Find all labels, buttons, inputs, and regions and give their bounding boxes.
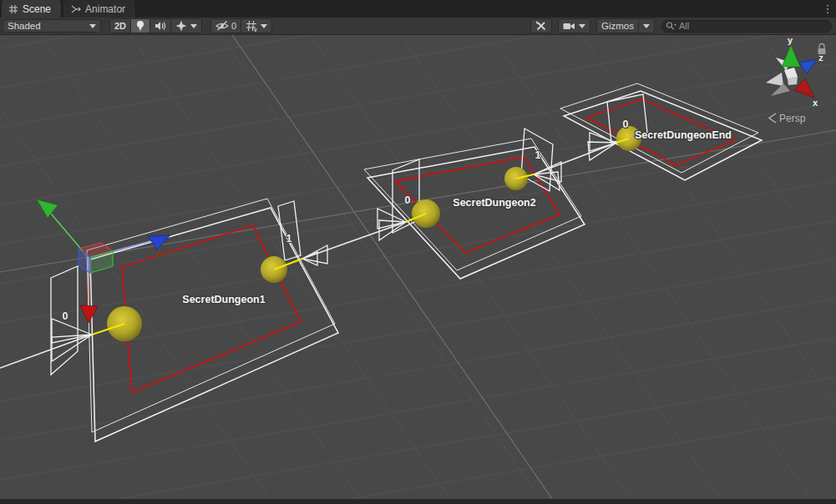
camera-settings-button[interactable]: [559, 19, 590, 33]
tab-animator[interactable]: Animator: [63, 0, 136, 18]
search-input[interactable]: [679, 21, 813, 31]
lightbulb-icon: [135, 20, 145, 32]
tab-menu-kebab-icon[interactable]: ⋮: [821, 0, 834, 18]
tab-scene[interactable]: Scene: [2, 0, 62, 18]
effects-star-icon: [175, 20, 187, 32]
room2-portal1-number: 1: [535, 149, 541, 161]
room1-label: SecretDungeon1: [182, 294, 265, 305]
gizmos-caret-button[interactable]: [639, 19, 654, 33]
grid-icon: [8, 4, 18, 14]
window-bottom-edge: [0, 499, 836, 504]
projection-label: Persp: [779, 113, 806, 124]
search-icon[interactable]: [666, 21, 676, 31]
gizmos-label: Gizmos: [601, 21, 634, 31]
grid-dropdown-caret-icon[interactable]: [261, 24, 267, 28]
view-toggles-group: 2D: [109, 18, 202, 33]
room1-portal1-number: 1: [286, 233, 292, 244]
room2-portal0-number: 0: [405, 194, 411, 206]
axis-y-label: y: [788, 35, 793, 45]
gizmos-group: Gizmos: [596, 18, 655, 33]
scene-visibility-button[interactable]: 0: [211, 19, 241, 33]
svg-text:y: y: [254, 27, 257, 33]
roomend-portal0-number: 0: [623, 118, 629, 130]
tab-scene-label: Scene: [23, 3, 51, 15]
2d-toggle-label: 2D: [114, 21, 126, 31]
scene-search-field[interactable]: [661, 20, 832, 33]
camera-settings-group: [558, 18, 590, 33]
chevron-down-icon: [89, 24, 96, 28]
gizmos-dropdown-caret-icon: [643, 24, 650, 28]
scene-viewport[interactable]: 0 1 SecretDungeon1 0: [0, 35, 836, 504]
grid-axis-icon: y: [246, 20, 257, 32]
axis-x-label: x: [813, 98, 818, 108]
unity-scene-view-window: Scene Animator ⋮ Shaded 2D: [0, 0, 836, 504]
roomend-label: SecretDungeonEnd: [635, 129, 732, 141]
lighting-toggle-button[interactable]: [131, 19, 150, 33]
effects-toggle-button[interactable]: [171, 19, 201, 33]
camera-dropdown-caret-icon[interactable]: [579, 24, 585, 28]
room2-label: SecretDungeon2: [453, 197, 535, 209]
tab-animator-label: Animator: [85, 3, 125, 15]
grid-visibility-button[interactable]: y: [241, 19, 271, 33]
scene-toolbar: Shaded 2D: [0, 18, 836, 35]
tab-bar: Scene Animator ⋮: [0, 0, 836, 18]
hidden-count-label: 0: [231, 21, 236, 31]
shading-mode-dropdown[interactable]: Shaded: [3, 19, 101, 33]
audio-toggle-button[interactable]: [150, 19, 171, 33]
editor-tools-group: [530, 18, 552, 33]
animator-icon: [70, 4, 81, 14]
shading-mode-label: Shaded: [8, 21, 41, 31]
wrench-icon: [535, 20, 547, 32]
visibility-grid-group: 0 y: [210, 18, 272, 33]
editor-tools-button[interactable]: [531, 19, 551, 33]
2d-toggle-button[interactable]: 2D: [110, 19, 131, 33]
gizmos-dropdown-button[interactable]: Gizmos: [597, 19, 639, 33]
speaker-icon: [155, 21, 166, 31]
eye-slash-icon: [215, 21, 230, 31]
camera-icon: [563, 22, 575, 31]
room1-portal0-number: 0: [63, 310, 68, 322]
effects-dropdown-caret-icon[interactable]: [190, 24, 197, 28]
